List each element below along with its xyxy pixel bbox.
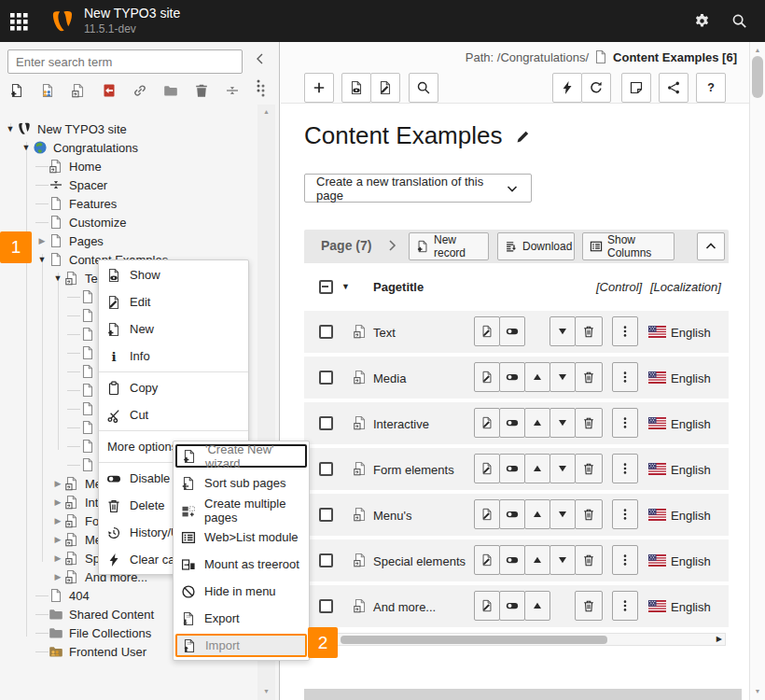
scrollbar-thumb[interactable] [341,636,607,644]
row-checkbox[interactable] [319,508,333,522]
row-checkbox[interactable] [319,325,333,339]
submenu-item-sort-sub-pages[interactable]: Sort sub pages [174,469,309,497]
scroll-right-icon[interactable]: ▶ [716,635,722,643]
menu-item-cut[interactable]: Cut [99,401,248,428]
expand-closed-icon[interactable]: ▶ [51,479,64,488]
delete-record-button[interactable] [575,499,603,529]
view-webpage-button[interactable] [341,73,371,103]
search-button[interactable] [409,73,438,103]
move-up-button[interactable] [524,545,550,575]
tree-toolbar-trash-button[interactable] [190,79,213,102]
collapse-panel-button[interactable] [697,232,725,260]
row-checkbox[interactable] [319,416,333,430]
move-up-button[interactable] [524,362,550,392]
caret-down-icon[interactable]: ▼ [341,282,350,291]
scrollbar-thumb[interactable] [752,56,763,98]
tree-toolbar-page-mountpoint-button[interactable] [98,79,120,102]
row-checkbox[interactable] [319,599,333,613]
tree-item-pages[interactable]: ▶Pages [0,231,257,250]
new-content-button[interactable] [304,73,334,103]
edit-record-button[interactable] [474,362,500,392]
panel-title[interactable]: Page (7) [321,238,399,253]
expand-closed-icon[interactable]: ▶ [51,572,64,581]
tree-toolbar-spacer-button[interactable] [221,79,243,102]
record-more-button[interactable] [612,316,638,346]
download-button[interactable]: Download [497,232,575,260]
move-down-button[interactable] [549,499,576,529]
submenu-item-hide-in-menu[interactable]: Hide in menu [174,578,309,605]
row-checkbox[interactable] [319,371,333,385]
hide-toggle-button[interactable] [499,499,525,529]
record-more-button[interactable] [612,545,638,575]
sidebar-collapse-button[interactable] [253,51,268,66]
tree-toolbar-page-users-button[interactable] [36,79,59,102]
submenu-item-export[interactable]: Export [174,605,309,632]
expand-open-icon[interactable]: ▼ [20,143,33,152]
edit-record-button[interactable] [474,454,500,483]
settings-button[interactable] [683,0,720,42]
edit-title-icon[interactable] [515,128,532,145]
tree-toolbar-more-button[interactable] [251,78,266,93]
edit-record-button[interactable] [474,499,500,529]
move-up-button[interactable] [524,408,550,438]
expand-closed-icon[interactable]: ▶ [51,497,64,507]
tree-item-new-typo3-site[interactable]: ▼New TYPO3 site [0,119,257,138]
help-button[interactable]: ? [696,73,726,103]
move-down-button[interactable] [549,454,576,483]
edit-page-properties-button[interactable] [370,73,400,103]
share-button[interactable] [659,73,688,103]
horizontal-scrollbar[interactable]: ▶ [308,633,726,646]
hide-toggle-button[interactable] [499,591,525,621]
move-up-button[interactable] [524,591,550,621]
new-record-button[interactable]: New record [409,232,489,260]
edit-record-button[interactable] [474,408,500,438]
scroll-up-icon[interactable]: ▲ [257,108,275,115]
record-more-button[interactable] [612,362,638,392]
hide-toggle-button[interactable] [499,454,525,483]
tree-toolbar-new-page-button[interactable] [6,79,28,102]
tree-toolbar-link-button[interactable] [129,79,151,102]
scroll-down-icon[interactable]: ▼ [257,688,275,694]
move-down-button[interactable] [549,362,576,392]
vertical-scrollbar[interactable]: ▲ ▼ [749,42,765,700]
move-down-button[interactable] [549,316,576,346]
record-more-button[interactable] [612,454,638,483]
expand-closed-icon[interactable]: ▶ [51,553,64,563]
delete-record-button[interactable] [575,316,603,346]
reload-button[interactable] [581,73,611,103]
translation-select[interactable]: Create a new translation of this page [304,174,532,203]
expand-open-icon[interactable]: ▼ [35,255,49,264]
record-more-button[interactable] [612,408,638,438]
expand-closed-icon[interactable]: ▶ [35,236,49,245]
tree-item-home[interactable]: Home [0,157,257,175]
hide-toggle-button[interactable] [499,316,525,346]
scroll-up-icon[interactable]: ▲ [750,47,765,53]
menu-item-copy[interactable]: Copy [99,374,248,401]
menu-item-new[interactable]: New [99,315,248,343]
delete-record-button[interactable] [575,454,603,483]
edit-record-button[interactable] [474,316,500,346]
move-up-button[interactable] [524,499,550,529]
tree-toolbar-page-shortcut-button[interactable] [67,79,90,102]
module-grid-icon[interactable] [0,0,37,42]
clear-cache-button[interactable] [552,73,582,103]
record-more-button[interactable] [612,591,638,621]
menu-item-show[interactable]: Show [99,261,248,288]
submenu-item-web-list-module[interactable]: Web>List module [174,524,309,551]
record-more-button[interactable] [612,499,638,529]
row-checkbox[interactable] [319,553,333,567]
hide-toggle-button[interactable] [499,408,525,438]
topbar-search-button[interactable] [720,0,758,42]
scroll-down-icon[interactable]: ▼ [750,688,765,694]
tree-item-spacer[interactable]: Spacer [0,175,257,194]
move-down-button[interactable] [549,408,576,438]
show-columns-button[interactable]: Show Columns [582,232,675,260]
edit-record-button[interactable] [474,545,500,575]
hide-toggle-button[interactable] [499,362,525,392]
move-up-button[interactable] [524,454,550,483]
tree-toolbar-folder-button[interactable] [160,79,182,102]
submenu-item-create-multiple-pages[interactable]: Create multiple pages [174,497,309,524]
expand-open-icon[interactable]: ▼ [51,273,64,283]
edit-record-button[interactable] [474,591,500,621]
tree-item-features[interactable]: Features [0,194,257,213]
